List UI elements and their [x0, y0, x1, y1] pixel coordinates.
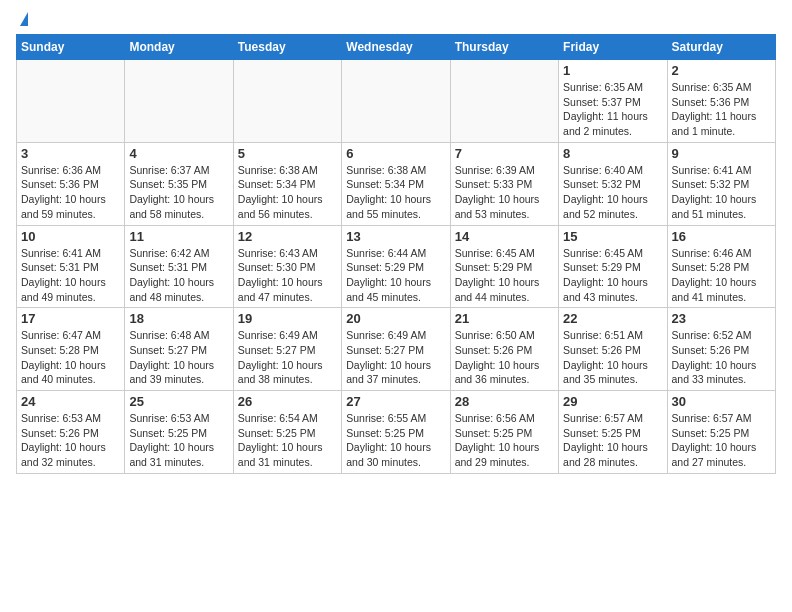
calendar-cell: 18Sunrise: 6:48 AM Sunset: 5:27 PM Dayli…	[125, 308, 233, 391]
calendar-week-row: 17Sunrise: 6:47 AM Sunset: 5:28 PM Dayli…	[17, 308, 776, 391]
calendar-cell: 17Sunrise: 6:47 AM Sunset: 5:28 PM Dayli…	[17, 308, 125, 391]
day-info: Sunrise: 6:37 AM Sunset: 5:35 PM Dayligh…	[129, 163, 228, 222]
day-header-thursday: Thursday	[450, 35, 558, 60]
day-number: 2	[672, 63, 771, 78]
day-number: 7	[455, 146, 554, 161]
day-number: 11	[129, 229, 228, 244]
day-number: 20	[346, 311, 445, 326]
day-info: Sunrise: 6:43 AM Sunset: 5:30 PM Dayligh…	[238, 246, 337, 305]
logo	[16, 16, 28, 26]
calendar-cell: 22Sunrise: 6:51 AM Sunset: 5:26 PM Dayli…	[559, 308, 667, 391]
calendar-week-row: 1Sunrise: 6:35 AM Sunset: 5:37 PM Daylig…	[17, 60, 776, 143]
calendar-cell	[17, 60, 125, 143]
calendar-cell: 24Sunrise: 6:53 AM Sunset: 5:26 PM Dayli…	[17, 391, 125, 474]
calendar-cell: 11Sunrise: 6:42 AM Sunset: 5:31 PM Dayli…	[125, 225, 233, 308]
day-info: Sunrise: 6:48 AM Sunset: 5:27 PM Dayligh…	[129, 328, 228, 387]
day-info: Sunrise: 6:49 AM Sunset: 5:27 PM Dayligh…	[238, 328, 337, 387]
day-number: 23	[672, 311, 771, 326]
day-number: 16	[672, 229, 771, 244]
day-number: 29	[563, 394, 662, 409]
calendar-cell: 4Sunrise: 6:37 AM Sunset: 5:35 PM Daylig…	[125, 142, 233, 225]
day-number: 21	[455, 311, 554, 326]
calendar-cell	[342, 60, 450, 143]
day-info: Sunrise: 6:46 AM Sunset: 5:28 PM Dayligh…	[672, 246, 771, 305]
calendar-cell: 6Sunrise: 6:38 AM Sunset: 5:34 PM Daylig…	[342, 142, 450, 225]
day-info: Sunrise: 6:38 AM Sunset: 5:34 PM Dayligh…	[238, 163, 337, 222]
day-number: 28	[455, 394, 554, 409]
day-number: 18	[129, 311, 228, 326]
calendar-cell: 19Sunrise: 6:49 AM Sunset: 5:27 PM Dayli…	[233, 308, 341, 391]
calendar-cell: 23Sunrise: 6:52 AM Sunset: 5:26 PM Dayli…	[667, 308, 775, 391]
day-info: Sunrise: 6:42 AM Sunset: 5:31 PM Dayligh…	[129, 246, 228, 305]
day-info: Sunrise: 6:52 AM Sunset: 5:26 PM Dayligh…	[672, 328, 771, 387]
calendar-cell: 25Sunrise: 6:53 AM Sunset: 5:25 PM Dayli…	[125, 391, 233, 474]
calendar-cell	[125, 60, 233, 143]
calendar-cell	[233, 60, 341, 143]
day-number: 14	[455, 229, 554, 244]
calendar: SundayMondayTuesdayWednesdayThursdayFrid…	[16, 34, 776, 474]
calendar-cell: 21Sunrise: 6:50 AM Sunset: 5:26 PM Dayli…	[450, 308, 558, 391]
calendar-week-row: 10Sunrise: 6:41 AM Sunset: 5:31 PM Dayli…	[17, 225, 776, 308]
day-info: Sunrise: 6:55 AM Sunset: 5:25 PM Dayligh…	[346, 411, 445, 470]
calendar-cell: 5Sunrise: 6:38 AM Sunset: 5:34 PM Daylig…	[233, 142, 341, 225]
day-number: 17	[21, 311, 120, 326]
day-header-tuesday: Tuesday	[233, 35, 341, 60]
header	[16, 16, 776, 26]
day-info: Sunrise: 6:57 AM Sunset: 5:25 PM Dayligh…	[672, 411, 771, 470]
day-info: Sunrise: 6:47 AM Sunset: 5:28 PM Dayligh…	[21, 328, 120, 387]
day-info: Sunrise: 6:35 AM Sunset: 5:36 PM Dayligh…	[672, 80, 771, 139]
day-info: Sunrise: 6:41 AM Sunset: 5:32 PM Dayligh…	[672, 163, 771, 222]
day-info: Sunrise: 6:35 AM Sunset: 5:37 PM Dayligh…	[563, 80, 662, 139]
day-number: 24	[21, 394, 120, 409]
day-number: 22	[563, 311, 662, 326]
day-number: 6	[346, 146, 445, 161]
day-info: Sunrise: 6:54 AM Sunset: 5:25 PM Dayligh…	[238, 411, 337, 470]
day-number: 9	[672, 146, 771, 161]
day-info: Sunrise: 6:57 AM Sunset: 5:25 PM Dayligh…	[563, 411, 662, 470]
day-info: Sunrise: 6:40 AM Sunset: 5:32 PM Dayligh…	[563, 163, 662, 222]
day-info: Sunrise: 6:38 AM Sunset: 5:34 PM Dayligh…	[346, 163, 445, 222]
calendar-cell: 1Sunrise: 6:35 AM Sunset: 5:37 PM Daylig…	[559, 60, 667, 143]
day-number: 10	[21, 229, 120, 244]
calendar-cell: 9Sunrise: 6:41 AM Sunset: 5:32 PM Daylig…	[667, 142, 775, 225]
calendar-cell: 20Sunrise: 6:49 AM Sunset: 5:27 PM Dayli…	[342, 308, 450, 391]
calendar-week-row: 24Sunrise: 6:53 AM Sunset: 5:26 PM Dayli…	[17, 391, 776, 474]
day-info: Sunrise: 6:51 AM Sunset: 5:26 PM Dayligh…	[563, 328, 662, 387]
calendar-cell: 28Sunrise: 6:56 AM Sunset: 5:25 PM Dayli…	[450, 391, 558, 474]
day-info: Sunrise: 6:56 AM Sunset: 5:25 PM Dayligh…	[455, 411, 554, 470]
day-header-sunday: Sunday	[17, 35, 125, 60]
day-number: 15	[563, 229, 662, 244]
day-number: 27	[346, 394, 445, 409]
calendar-cell: 30Sunrise: 6:57 AM Sunset: 5:25 PM Dayli…	[667, 391, 775, 474]
day-number: 12	[238, 229, 337, 244]
day-header-wednesday: Wednesday	[342, 35, 450, 60]
calendar-cell: 16Sunrise: 6:46 AM Sunset: 5:28 PM Dayli…	[667, 225, 775, 308]
day-number: 25	[129, 394, 228, 409]
day-info: Sunrise: 6:36 AM Sunset: 5:36 PM Dayligh…	[21, 163, 120, 222]
calendar-cell: 27Sunrise: 6:55 AM Sunset: 5:25 PM Dayli…	[342, 391, 450, 474]
calendar-week-row: 3Sunrise: 6:36 AM Sunset: 5:36 PM Daylig…	[17, 142, 776, 225]
calendar-cell: 8Sunrise: 6:40 AM Sunset: 5:32 PM Daylig…	[559, 142, 667, 225]
calendar-cell: 13Sunrise: 6:44 AM Sunset: 5:29 PM Dayli…	[342, 225, 450, 308]
calendar-cell: 12Sunrise: 6:43 AM Sunset: 5:30 PM Dayli…	[233, 225, 341, 308]
calendar-cell: 7Sunrise: 6:39 AM Sunset: 5:33 PM Daylig…	[450, 142, 558, 225]
logo-triangle-icon	[20, 12, 28, 26]
day-info: Sunrise: 6:44 AM Sunset: 5:29 PM Dayligh…	[346, 246, 445, 305]
day-number: 26	[238, 394, 337, 409]
day-header-monday: Monday	[125, 35, 233, 60]
calendar-cell: 14Sunrise: 6:45 AM Sunset: 5:29 PM Dayli…	[450, 225, 558, 308]
calendar-cell: 3Sunrise: 6:36 AM Sunset: 5:36 PM Daylig…	[17, 142, 125, 225]
calendar-cell: 26Sunrise: 6:54 AM Sunset: 5:25 PM Dayli…	[233, 391, 341, 474]
calendar-header-row: SundayMondayTuesdayWednesdayThursdayFrid…	[17, 35, 776, 60]
calendar-cell	[450, 60, 558, 143]
day-info: Sunrise: 6:45 AM Sunset: 5:29 PM Dayligh…	[455, 246, 554, 305]
day-info: Sunrise: 6:41 AM Sunset: 5:31 PM Dayligh…	[21, 246, 120, 305]
day-number: 30	[672, 394, 771, 409]
day-header-friday: Friday	[559, 35, 667, 60]
day-info: Sunrise: 6:53 AM Sunset: 5:26 PM Dayligh…	[21, 411, 120, 470]
day-info: Sunrise: 6:53 AM Sunset: 5:25 PM Dayligh…	[129, 411, 228, 470]
day-number: 8	[563, 146, 662, 161]
day-number: 3	[21, 146, 120, 161]
day-number: 4	[129, 146, 228, 161]
calendar-cell: 29Sunrise: 6:57 AM Sunset: 5:25 PM Dayli…	[559, 391, 667, 474]
